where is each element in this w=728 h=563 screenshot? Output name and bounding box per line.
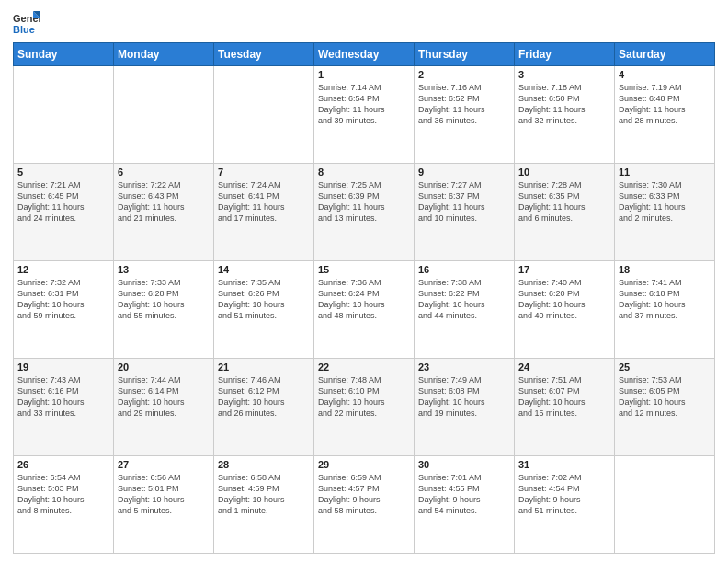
calendar-table: SundayMondayTuesdayWednesdayThursdayFrid… xyxy=(13,42,715,554)
calendar-page: General Blue SundayMondayTuesdayWednesda… xyxy=(0,0,728,563)
calendar-cell: 28Sunrise: 6:58 AM Sunset: 4:59 PM Dayli… xyxy=(214,456,314,554)
day-info: Sunrise: 7:48 AM Sunset: 6:10 PM Dayligh… xyxy=(318,374,410,419)
day-number: 6 xyxy=(118,167,210,178)
calendar-cell: 16Sunrise: 7:38 AM Sunset: 6:22 PM Dayli… xyxy=(415,261,515,359)
day-info: Sunrise: 7:21 AM Sunset: 6:45 PM Dayligh… xyxy=(17,179,109,224)
calendar-cell: 4Sunrise: 7:19 AM Sunset: 6:48 PM Daylig… xyxy=(615,66,715,164)
weekday-header-cell: Wednesday xyxy=(314,43,415,66)
day-info: Sunrise: 6:59 AM Sunset: 4:57 PM Dayligh… xyxy=(318,472,410,517)
day-info: Sunrise: 7:24 AM Sunset: 6:41 PM Dayligh… xyxy=(218,179,310,224)
day-info: Sunrise: 7:35 AM Sunset: 6:26 PM Dayligh… xyxy=(218,277,310,322)
svg-text:Blue: Blue xyxy=(13,24,35,35)
calendar-cell: 5Sunrise: 7:21 AM Sunset: 6:45 PM Daylig… xyxy=(14,164,114,261)
day-info: Sunrise: 7:36 AM Sunset: 6:24 PM Dayligh… xyxy=(318,277,410,322)
day-number: 8 xyxy=(318,167,410,178)
calendar-cell xyxy=(14,66,114,164)
day-info: Sunrise: 7:01 AM Sunset: 4:55 PM Dayligh… xyxy=(418,472,510,517)
weekday-header-cell: Friday xyxy=(515,43,615,66)
day-number: 11 xyxy=(619,167,711,178)
logo: General Blue xyxy=(13,9,40,37)
calendar-cell: 15Sunrise: 7:36 AM Sunset: 6:24 PM Dayli… xyxy=(314,261,415,359)
day-number: 27 xyxy=(118,459,210,470)
day-info: Sunrise: 7:43 AM Sunset: 6:16 PM Dayligh… xyxy=(17,374,109,419)
calendar-cell: 14Sunrise: 7:35 AM Sunset: 6:26 PM Dayli… xyxy=(214,261,314,359)
calendar-cell: 25Sunrise: 7:53 AM Sunset: 6:05 PM Dayli… xyxy=(615,359,715,456)
day-info: Sunrise: 7:49 AM Sunset: 6:08 PM Dayligh… xyxy=(418,374,510,419)
calendar-cell: 6Sunrise: 7:22 AM Sunset: 6:43 PM Daylig… xyxy=(114,164,214,261)
calendar-week-row: 19Sunrise: 7:43 AM Sunset: 6:16 PM Dayli… xyxy=(14,359,715,456)
day-number: 9 xyxy=(418,167,510,178)
day-number: 28 xyxy=(218,459,310,470)
day-number: 12 xyxy=(17,264,109,275)
calendar-cell: 31Sunrise: 7:02 AM Sunset: 4:54 PM Dayli… xyxy=(515,456,615,554)
day-number: 16 xyxy=(418,264,510,275)
weekday-header-cell: Saturday xyxy=(615,43,715,66)
calendar-cell: 8Sunrise: 7:25 AM Sunset: 6:39 PM Daylig… xyxy=(314,164,415,261)
day-number: 3 xyxy=(518,69,610,80)
calendar-cell: 21Sunrise: 7:46 AM Sunset: 6:12 PM Dayli… xyxy=(214,359,314,456)
calendar-cell: 17Sunrise: 7:40 AM Sunset: 6:20 PM Dayli… xyxy=(515,261,615,359)
day-info: Sunrise: 7:25 AM Sunset: 6:39 PM Dayligh… xyxy=(318,179,410,224)
day-info: Sunrise: 7:46 AM Sunset: 6:12 PM Dayligh… xyxy=(218,374,310,419)
day-info: Sunrise: 7:02 AM Sunset: 4:54 PM Dayligh… xyxy=(518,472,610,517)
calendar-cell: 22Sunrise: 7:48 AM Sunset: 6:10 PM Dayli… xyxy=(314,359,415,456)
day-number: 24 xyxy=(518,362,610,373)
weekday-header-row: SundayMondayTuesdayWednesdayThursdayFrid… xyxy=(14,43,715,66)
day-info: Sunrise: 7:44 AM Sunset: 6:14 PM Dayligh… xyxy=(118,374,210,419)
day-info: Sunrise: 7:41 AM Sunset: 6:18 PM Dayligh… xyxy=(619,277,711,322)
day-info: Sunrise: 7:53 AM Sunset: 6:05 PM Dayligh… xyxy=(619,374,711,419)
calendar-cell: 20Sunrise: 7:44 AM Sunset: 6:14 PM Dayli… xyxy=(114,359,214,456)
calendar-cell: 27Sunrise: 6:56 AM Sunset: 5:01 PM Dayli… xyxy=(114,456,214,554)
day-info: Sunrise: 6:56 AM Sunset: 5:01 PM Dayligh… xyxy=(118,472,210,517)
day-info: Sunrise: 7:22 AM Sunset: 6:43 PM Dayligh… xyxy=(118,179,210,224)
day-number: 17 xyxy=(518,264,610,275)
day-info: Sunrise: 7:28 AM Sunset: 6:35 PM Dayligh… xyxy=(518,179,610,224)
day-number: 21 xyxy=(218,362,310,373)
calendar-cell: 3Sunrise: 7:18 AM Sunset: 6:50 PM Daylig… xyxy=(515,66,615,164)
calendar-cell xyxy=(615,456,715,554)
weekday-header-cell: Thursday xyxy=(415,43,515,66)
calendar-cell: 12Sunrise: 7:32 AM Sunset: 6:31 PM Dayli… xyxy=(14,261,114,359)
day-number: 19 xyxy=(17,362,109,373)
day-number: 18 xyxy=(619,264,711,275)
day-number: 13 xyxy=(118,264,210,275)
calendar-cell: 1Sunrise: 7:14 AM Sunset: 6:54 PM Daylig… xyxy=(314,66,415,164)
day-number: 5 xyxy=(17,167,109,178)
calendar-cell: 11Sunrise: 7:30 AM Sunset: 6:33 PM Dayli… xyxy=(615,164,715,261)
day-info: Sunrise: 7:38 AM Sunset: 6:22 PM Dayligh… xyxy=(418,277,510,322)
day-info: Sunrise: 7:32 AM Sunset: 6:31 PM Dayligh… xyxy=(17,277,109,322)
day-number: 7 xyxy=(218,167,310,178)
day-info: Sunrise: 7:19 AM Sunset: 6:48 PM Dayligh… xyxy=(619,82,711,127)
weekday-header-cell: Tuesday xyxy=(214,43,314,66)
logo-icon: General Blue xyxy=(13,9,40,37)
calendar-week-row: 12Sunrise: 7:32 AM Sunset: 6:31 PM Dayli… xyxy=(14,261,715,359)
calendar-week-row: 5Sunrise: 7:21 AM Sunset: 6:45 PM Daylig… xyxy=(14,164,715,261)
calendar-cell: 24Sunrise: 7:51 AM Sunset: 6:07 PM Dayli… xyxy=(515,359,615,456)
calendar-cell xyxy=(214,66,314,164)
calendar-cell xyxy=(114,66,214,164)
day-info: Sunrise: 7:51 AM Sunset: 6:07 PM Dayligh… xyxy=(518,374,610,419)
calendar-body: 1Sunrise: 7:14 AM Sunset: 6:54 PM Daylig… xyxy=(14,66,715,554)
day-number: 30 xyxy=(418,459,510,470)
calendar-cell: 2Sunrise: 7:16 AM Sunset: 6:52 PM Daylig… xyxy=(415,66,515,164)
day-info: Sunrise: 7:14 AM Sunset: 6:54 PM Dayligh… xyxy=(318,82,410,127)
weekday-header-cell: Sunday xyxy=(14,43,114,66)
calendar-cell: 30Sunrise: 7:01 AM Sunset: 4:55 PM Dayli… xyxy=(415,456,515,554)
day-number: 10 xyxy=(518,167,610,178)
calendar-cell: 10Sunrise: 7:28 AM Sunset: 6:35 PM Dayli… xyxy=(515,164,615,261)
calendar-week-row: 1Sunrise: 7:14 AM Sunset: 6:54 PM Daylig… xyxy=(14,66,715,164)
day-number: 14 xyxy=(218,264,310,275)
day-number: 22 xyxy=(318,362,410,373)
calendar-cell: 7Sunrise: 7:24 AM Sunset: 6:41 PM Daylig… xyxy=(214,164,314,261)
day-number: 23 xyxy=(418,362,510,373)
calendar-cell: 29Sunrise: 6:59 AM Sunset: 4:57 PM Dayli… xyxy=(314,456,415,554)
calendar-cell: 9Sunrise: 7:27 AM Sunset: 6:37 PM Daylig… xyxy=(415,164,515,261)
day-number: 29 xyxy=(318,459,410,470)
calendar-cell: 18Sunrise: 7:41 AM Sunset: 6:18 PM Dayli… xyxy=(615,261,715,359)
day-info: Sunrise: 6:58 AM Sunset: 4:59 PM Dayligh… xyxy=(218,472,310,517)
day-info: Sunrise: 7:16 AM Sunset: 6:52 PM Dayligh… xyxy=(418,82,510,127)
calendar-cell: 26Sunrise: 6:54 AM Sunset: 5:03 PM Dayli… xyxy=(14,456,114,554)
day-number: 2 xyxy=(418,69,510,80)
day-number: 1 xyxy=(318,69,410,80)
weekday-header-cell: Monday xyxy=(114,43,214,66)
